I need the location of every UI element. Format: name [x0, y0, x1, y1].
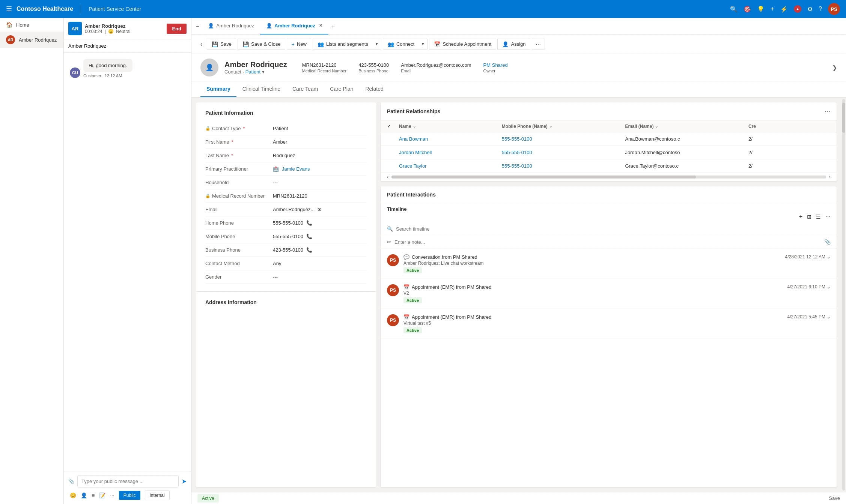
- email-field-label: Email: [205, 207, 273, 212]
- tab-1[interactable]: 👤 Amber Rodriquez: [202, 18, 260, 34]
- message-input[interactable]: [77, 475, 179, 488]
- scrollbar-thumb-v: [842, 103, 845, 133]
- more-icon[interactable]: ···: [110, 492, 114, 498]
- right-scrollbar[interactable]: [841, 98, 846, 492]
- minimize-icon[interactable]: −: [196, 23, 199, 29]
- status-bar: Active Save: [191, 492, 846, 504]
- save-close-button[interactable]: 💾 Save & Close: [238, 39, 285, 50]
- timeline-filter-icon[interactable]: ⊞: [807, 214, 811, 220]
- add-tab-button[interactable]: +: [328, 23, 338, 30]
- person-icon[interactable]: 👤: [81, 492, 87, 498]
- send-button[interactable]: ➤: [182, 478, 187, 485]
- scroll-left-arrow[interactable]: ‹: [387, 174, 388, 180]
- lists-button[interactable]: 👥 Lists and segments: [313, 39, 373, 50]
- tab-2[interactable]: 👤 Amber Rodriquez ✕: [260, 18, 328, 34]
- add-icon[interactable]: +: [771, 5, 775, 13]
- conversation-panel: AR Amber Rodriquez 00:03:24 | 😐 Neutral …: [64, 18, 191, 504]
- paperclip-icon[interactable]: 📎: [824, 239, 831, 245]
- subnav-related[interactable]: Related: [359, 81, 389, 97]
- more-actions-button[interactable]: ⋯: [532, 39, 545, 50]
- table-row[interactable]: Grace Taylor 555-555-0100 Grace.Taylor@c…: [381, 159, 837, 173]
- end-call-button[interactable]: End: [167, 24, 187, 34]
- search-icon[interactable]: 🔍: [730, 6, 738, 13]
- subnav-clinical-timeline[interactable]: Clinical Timeline: [236, 81, 286, 97]
- note-input[interactable]: [394, 239, 821, 245]
- connect-chevron[interactable]: ▾: [419, 39, 428, 50]
- patient-name: Amber Rodriquez: [224, 60, 287, 69]
- timeline-search-input[interactable]: [396, 226, 831, 232]
- target-icon[interactable]: 🎯: [744, 6, 751, 13]
- td-name-3[interactable]: Grace Taylor: [399, 163, 502, 169]
- contact-avatar: AR: [6, 35, 15, 44]
- relationships-more-button[interactable]: ⋯: [825, 108, 831, 115]
- timeline-more-icon[interactable]: ⋯: [825, 214, 831, 220]
- lightbulb-icon[interactable]: 💡: [757, 6, 765, 13]
- subnav-care-team[interactable]: Care Team: [286, 81, 324, 97]
- nav-back-button[interactable]: ‹: [197, 39, 205, 50]
- mrn-field-value: MRN2631-2120: [273, 193, 367, 199]
- horizontal-scrollbar[interactable]: [391, 176, 826, 178]
- timeline-list-icon[interactable]: ☰: [816, 214, 821, 220]
- email-icon[interactable]: ✉: [318, 207, 322, 212]
- practitioner-icon: 🏥: [273, 166, 279, 172]
- timeline-add-icon[interactable]: +: [799, 213, 802, 220]
- appointment-icon-2: 📅: [403, 314, 409, 320]
- tab1-person-icon: 👤: [208, 23, 214, 28]
- connect-group: 👥 Connect ▾: [383, 39, 428, 50]
- conv-patient-info: AR Amber Rodriquez 00:03:24 | 😐 Neutral: [68, 22, 131, 35]
- connect-button[interactable]: 👥 Connect: [383, 39, 419, 50]
- expand-icon-3[interactable]: ⌄: [827, 314, 831, 320]
- timeline-date-1: 4/28/2021 12:12 AM ⌄: [785, 254, 831, 260]
- table-row[interactable]: Ana Bowman 555-555-0100 Ana.Bowman@conto…: [381, 132, 837, 146]
- new-button[interactable]: + New: [287, 39, 311, 50]
- mobile-phone-icon[interactable]: 📞: [306, 234, 312, 239]
- scroll-right-arrow[interactable]: ›: [829, 174, 831, 180]
- lists-chevron[interactable]: ▾: [373, 39, 381, 50]
- conv-contact-item[interactable]: Amber Rodriquez: [64, 39, 191, 53]
- practitioner-value[interactable]: 🏥 Jamie Evans: [273, 166, 367, 172]
- home-phone-icon[interactable]: 📞: [306, 220, 312, 226]
- filter-icon[interactable]: ⚡: [780, 6, 788, 13]
- mrn-value: MRN2631-2120: [302, 62, 347, 68]
- help-icon[interactable]: ?: [819, 6, 822, 12]
- td-phone-3[interactable]: 555-555-0100: [502, 163, 625, 169]
- conv-patient-name: Amber Rodriquez: [85, 23, 131, 29]
- owner-value[interactable]: PM Shared: [483, 62, 508, 68]
- patient-type-label[interactable]: Patient: [245, 69, 260, 75]
- subnav-summary[interactable]: Summary: [200, 81, 236, 97]
- td-phone-2[interactable]: 555-555-0100: [502, 150, 625, 155]
- user-avatar[interactable]: PS: [828, 3, 840, 15]
- tab2-close-icon[interactable]: ✕: [319, 23, 322, 28]
- schedule-button[interactable]: 📅 Schedule Appointment: [429, 39, 496, 50]
- expand-icon-2[interactable]: ⌄: [827, 284, 831, 290]
- internal-button[interactable]: Internal: [145, 490, 170, 500]
- th-name[interactable]: Name ⌄: [399, 124, 502, 129]
- attachment-icon[interactable]: 📎: [68, 478, 74, 484]
- sidebar-item-home[interactable]: 🏠 Home: [0, 18, 63, 32]
- message-item: CU Hi, good morning. Customer · 12:12 AM: [70, 59, 132, 78]
- notification-icon[interactable]: ●: [794, 5, 801, 13]
- note-icon[interactable]: 📝: [99, 492, 105, 498]
- email-label: Email: [401, 69, 471, 73]
- td-name-2[interactable]: Jordan Mitchell: [399, 150, 502, 155]
- scrollbar-track[interactable]: [842, 99, 845, 490]
- hamburger-icon[interactable]: ☰: [6, 5, 12, 13]
- subnav-care-plan[interactable]: Care Plan: [324, 81, 359, 97]
- expand-icon[interactable]: ⌄: [827, 254, 831, 260]
- expand-button[interactable]: ❯: [832, 64, 837, 71]
- business-phone-icon[interactable]: 📞: [306, 247, 312, 253]
- th-check[interactable]: ✓: [387, 123, 399, 129]
- emoji-icon[interactable]: 😊: [70, 492, 76, 498]
- save-button[interactable]: 💾 Save: [207, 39, 236, 50]
- settings-icon[interactable]: ⚙: [807, 6, 813, 13]
- th-email[interactable]: Email (Name) ⌄: [625, 124, 748, 129]
- list-icon[interactable]: ≡: [92, 492, 95, 498]
- timeline-item-header-3: 📅 Appointment (EMR) from PM Shared 4/27/…: [403, 314, 831, 320]
- public-button[interactable]: Public: [119, 491, 140, 500]
- table-row[interactable]: Jordan Mitchell 555-555-0100 Jordan.Mitc…: [381, 146, 837, 159]
- td-name-1[interactable]: Ana Bowman: [399, 136, 502, 142]
- td-phone-1[interactable]: 555-555-0100: [502, 136, 625, 142]
- th-mobile-phone[interactable]: Mobile Phone (Name) ⌄: [502, 124, 625, 129]
- assign-button[interactable]: 👤 Assign: [497, 39, 530, 50]
- sidebar-item-contact[interactable]: AR Amber Rodriquez: [0, 32, 63, 48]
